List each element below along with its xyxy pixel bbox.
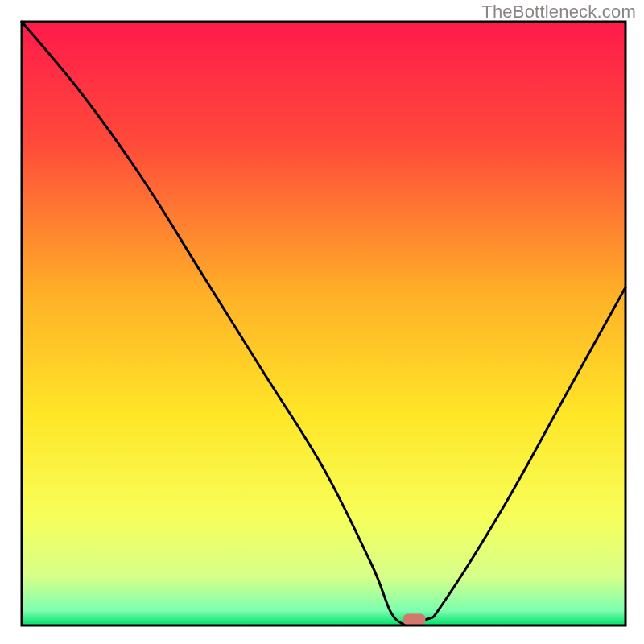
plot-background [22,22,625,625]
chart-container: TheBottleneck.com [0,0,644,644]
watermark-text: TheBottleneck.com [481,2,636,23]
optimal-point-marker [403,614,426,625]
bottleneck-chart [0,0,644,644]
